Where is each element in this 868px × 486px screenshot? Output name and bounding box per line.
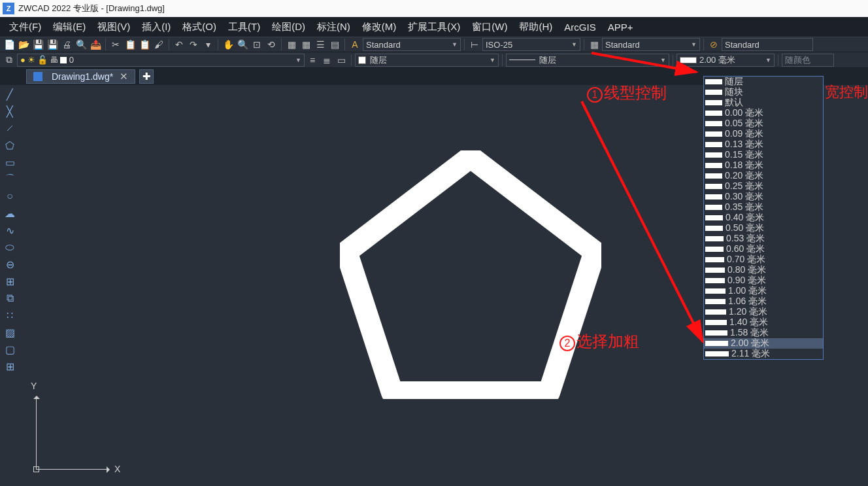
lineweight-option[interactable]: 0.25 毫米 <box>704 181 823 192</box>
make-block-icon[interactable]: ⧉ <box>3 292 16 305</box>
lineweight-option[interactable]: 2.00 毫米 <box>704 338 823 349</box>
insert-block-icon[interactable]: ⊞ <box>3 275 16 288</box>
cut-icon[interactable]: ✂ <box>109 38 122 51</box>
menu-app[interactable]: APP+ <box>603 19 639 35</box>
preview-icon[interactable]: 🔍 <box>75 38 88 51</box>
lineweight-option[interactable]: 1.40 毫米 <box>704 317 823 328</box>
table-style-icon[interactable]: ▦ <box>588 38 601 51</box>
line-tool-icon[interactable]: ╱ <box>3 88 16 101</box>
lineweight-option[interactable]: 默认 <box>704 97 823 108</box>
lineweight-option[interactable]: 0.50 毫米 <box>704 223 823 234</box>
mls-style-combo[interactable]: Standard <box>722 38 813 51</box>
print-icon[interactable]: 🖨 <box>60 38 73 51</box>
dim-style-icon[interactable]: ⊢ <box>468 38 481 51</box>
lineweight-option[interactable]: 随块 <box>704 87 823 97</box>
lineweight-option[interactable]: 0.90 毫米 <box>704 275 823 286</box>
zoom-rt-icon[interactable]: 🔍 <box>236 38 249 51</box>
rectangle-tool-icon[interactable]: ▭ <box>3 156 16 169</box>
new-tab-button[interactable]: ✚ <box>139 69 154 84</box>
mls-style-icon[interactable]: ⊘ <box>707 38 720 51</box>
undo-drop-icon[interactable]: ▾ <box>201 38 214 51</box>
layer-prev-icon[interactable]: ≣ <box>320 54 333 67</box>
copy-icon[interactable]: 📋 <box>124 38 137 51</box>
menu-edit[interactable]: 编辑(E) <box>48 18 91 36</box>
pan-icon[interactable]: ✋ <box>222 38 235 51</box>
open-file-icon[interactable]: 📂 <box>17 38 30 51</box>
lineweight-option[interactable]: 0.20 毫米 <box>704 171 823 181</box>
lineweight-option[interactable]: 0.30 毫米 <box>704 192 823 202</box>
menu-ext[interactable]: 扩展工具(X) <box>403 18 465 36</box>
lineweight-option[interactable]: 0.13 毫米 <box>704 139 823 150</box>
pentagon-shape[interactable] <box>340 150 601 402</box>
paste-icon[interactable]: 📋 <box>138 38 151 51</box>
lineweight-option[interactable]: 0.40 毫米 <box>704 213 823 223</box>
menu-view[interactable]: 视图(V) <box>92 18 135 36</box>
plotstyle-combo[interactable]: 随颜色 <box>782 54 834 67</box>
dim-style-combo[interactable]: ISO-25 ▼ <box>482 38 580 51</box>
ellipse-tool-icon[interactable]: ⬭ <box>3 241 16 254</box>
menu-format[interactable]: 格式(O) <box>177 18 222 36</box>
arc-tool-icon[interactable]: ⌒ <box>3 173 16 186</box>
lineweight-option[interactable]: 2.11 毫米 <box>704 349 823 359</box>
layer-combo[interactable]: ● ☀ 🔓 🖶 0 ▼ <box>17 54 305 67</box>
lineweight-option[interactable]: 0.09 毫米 <box>704 129 823 139</box>
revcloud-tool-icon[interactable]: ☁ <box>3 207 16 220</box>
menu-tools[interactable]: 工具(T) <box>223 18 265 36</box>
spline-tool-icon[interactable]: ∿ <box>3 224 16 237</box>
menu-window[interactable]: 窗口(W) <box>467 18 512 36</box>
lineweight-option[interactable]: 0.00 毫米 <box>704 108 823 118</box>
tool-palette-icon[interactable]: ☰ <box>314 38 327 51</box>
lineweight-option[interactable]: 1.06 毫米 <box>704 296 823 307</box>
xline-tool-icon[interactable]: ╳ <box>3 105 16 118</box>
menu-insert[interactable]: 插入(I) <box>137 18 176 36</box>
polygon-tool-icon[interactable]: ⬠ <box>3 139 16 152</box>
menu-modify[interactable]: 修改(M) <box>357 18 402 36</box>
color-combo[interactable]: 随层 ▼ <box>355 54 499 67</box>
menu-arcgis[interactable]: ArcGIS <box>559 19 601 35</box>
lineweight-option[interactable]: 0.60 毫米 <box>704 244 823 254</box>
point-tool-icon[interactable]: ∷ <box>3 309 16 322</box>
redo-icon[interactable]: ↷ <box>187 38 200 51</box>
lineweight-option[interactable]: 0.15 毫米 <box>704 150 823 160</box>
close-tab-icon[interactable]: ✕ <box>120 71 128 82</box>
properties-icon[interactable]: ▦ <box>285 38 298 51</box>
save-icon[interactable]: 💾 <box>31 38 44 51</box>
calc-icon[interactable]: ▤ <box>328 38 341 51</box>
table-style-combo[interactable]: Standard ▼ <box>602 38 700 51</box>
lineweight-dropdown[interactable]: 随层随块默认0.00 毫米0.05 毫米0.09 毫米0.13 毫米0.15 毫… <box>703 76 824 360</box>
publish-icon[interactable]: 📤 <box>89 38 102 51</box>
zoom-prev-icon[interactable]: ⟲ <box>265 38 278 51</box>
layer-manager-icon[interactable]: ⧉ <box>3 54 16 67</box>
text-style-icon[interactable]: A <box>348 38 361 51</box>
hatch-tool-icon[interactable]: ▨ <box>3 326 16 339</box>
lineweight-option[interactable]: 1.58 毫米 <box>704 328 823 338</box>
lineweight-option[interactable]: 随层 <box>704 77 823 87</box>
saveall-icon[interactable]: 💾 <box>46 38 59 51</box>
menu-draw[interactable]: 绘图(D) <box>267 18 310 36</box>
ellipse-arc-tool-icon[interactable]: ⊖ <box>3 258 16 271</box>
polyline-tool-icon[interactable]: ⟋ <box>3 122 16 135</box>
undo-icon[interactable]: ↶ <box>173 38 186 51</box>
menu-file[interactable]: 文件(F) <box>4 18 46 36</box>
zoom-win-icon[interactable]: ⊡ <box>250 38 263 51</box>
menu-dim[interactable]: 标注(N) <box>312 18 356 36</box>
lineweight-option[interactable]: 0.53 毫米 <box>704 234 823 244</box>
document-tab[interactable]: Drawing1.dwg* ✕ <box>26 69 135 84</box>
menu-help[interactable]: 帮助(H) <box>514 18 558 36</box>
lineweight-option[interactable]: 1.20 毫米 <box>704 307 823 317</box>
lineweight-option[interactable]: 0.18 毫米 <box>704 160 823 171</box>
design-center-icon[interactable]: ▦ <box>299 38 312 51</box>
layer-iso-icon[interactable]: ▭ <box>335 54 348 67</box>
new-file-icon[interactable]: 📄 <box>3 38 16 51</box>
layer-state-icon[interactable]: ≡ <box>306 54 319 67</box>
circle-tool-icon[interactable]: ○ <box>3 190 16 203</box>
lineweight-option[interactable]: 0.35 毫米 <box>704 202 823 213</box>
table-tool-icon[interactable]: ⊞ <box>3 360 16 373</box>
region-tool-icon[interactable]: ▢ <box>3 343 16 356</box>
linetype-combo[interactable]: 随层 ▼ <box>506 54 669 67</box>
matchprop-icon[interactable]: 🖌 <box>152 38 165 51</box>
lineweight-combo[interactable]: 2.00 毫米 ▼ <box>676 54 775 67</box>
lineweight-option[interactable]: 0.05 毫米 <box>704 118 823 129</box>
lineweight-option[interactable]: 1.00 毫米 <box>704 286 823 296</box>
lineweight-option[interactable]: 0.80 毫米 <box>704 265 823 275</box>
